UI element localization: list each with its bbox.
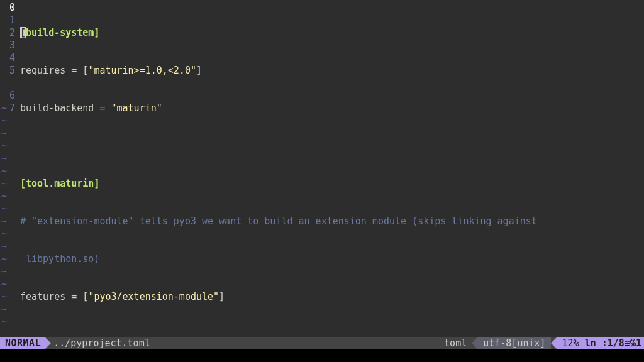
- line-number: 5: [0, 64, 15, 77]
- tilde-icon: ~: [1, 278, 20, 290]
- tilde-icon: ~: [1, 202, 20, 215]
- tilde-icon: ~: [1, 290, 20, 303]
- tilde-icon: ~: [1, 190, 20, 202]
- tilde-icon: ~: [1, 165, 20, 177]
- tilde-icon: ~: [1, 253, 20, 265]
- tilde-icon: ~: [1, 215, 20, 228]
- vim-mode-indicator: NORMAL: [0, 337, 45, 349]
- file-path: ../pyproject.toml: [51, 337, 150, 349]
- status-bar: NORMAL ../pyproject.toml toml utf-8[unix…: [0, 337, 644, 349]
- code-line: # "extension-module" tells pyo3 we want …: [20, 215, 644, 228]
- line-number: 4: [0, 52, 15, 64]
- tilde-icon: ~: [1, 102, 20, 114]
- empty-line-markers: ~ ~ ~ ~ ~ ~ ~ ~ ~ ~ ~ ~ ~ ~ ~ ~ ~ ~: [0, 102, 20, 328]
- line-number: 6: [0, 89, 15, 102]
- command-line[interactable]: [0, 349, 644, 362]
- tilde-icon: ~: [1, 114, 20, 127]
- code-line: [20, 140, 644, 152]
- line-number: 3: [0, 39, 15, 52]
- line-number: 0: [0, 1, 15, 14]
- tilde-icon: ~: [1, 240, 20, 253]
- editor-area[interactable]: 0 1 2 3 4 5 6 7 [build-system] requires …: [0, 0, 644, 337]
- code-line: build-backend = "maturin": [20, 102, 644, 114]
- tilde-icon: ~: [1, 265, 20, 278]
- file-type: toml: [444, 337, 472, 349]
- file-encoding: utf-8[unix]: [478, 337, 550, 349]
- separator-icon: [551, 337, 557, 349]
- tilde-icon: ~: [1, 315, 20, 328]
- tilde-icon: ~: [1, 177, 20, 190]
- code-line: features = ["pyo3/extension-module"]: [20, 290, 644, 303]
- separator-icon: [45, 337, 51, 349]
- cursor: [: [20, 27, 26, 38]
- line-number: 2: [0, 26, 15, 39]
- code-line: [20, 328, 644, 337]
- line-number: 1: [0, 14, 15, 26]
- cursor-position: 12% ln :1/8≡℅1: [557, 337, 644, 349]
- code-line-wrap: libpython.so): [20, 253, 644, 265]
- code-content[interactable]: [build-system] requires = ["maturin>=1.0…: [20, 1, 644, 337]
- code-line: requires = ["maturin>=1.0,<2.0"]: [20, 64, 644, 77]
- tilde-icon: ~: [1, 140, 20, 152]
- code-line: [build-system]: [20, 26, 644, 39]
- code-line: [tool.maturin]: [20, 177, 644, 190]
- tilde-icon: ~: [1, 303, 20, 315]
- tilde-icon: ~: [1, 127, 20, 140]
- tilde-icon: ~: [1, 228, 20, 240]
- line-number: [0, 77, 15, 89]
- tilde-icon: ~: [1, 152, 20, 165]
- separator-icon: [472, 337, 478, 349]
